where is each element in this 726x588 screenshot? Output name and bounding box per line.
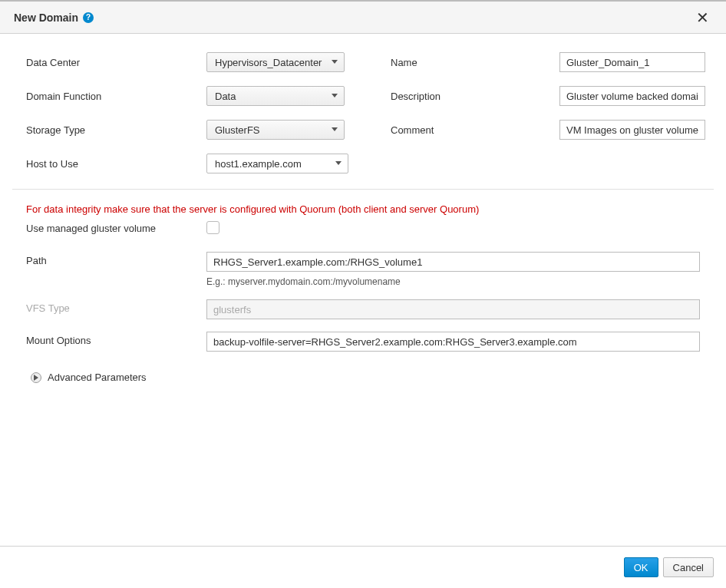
- select-data-center[interactable]: Hypervisors_Datacenter: [206, 52, 345, 72]
- top-form-grid: Data Center Hypervisors_Datacenter Name …: [12, 52, 714, 189]
- advanced-parameters-label: Advanced Parameters: [48, 372, 147, 383]
- label-storage-type: Storage Type: [26, 124, 206, 136]
- caret-down-icon: [332, 94, 338, 98]
- label-host-to-use: Host to Use: [26, 158, 206, 170]
- quorum-warning: For data integrity make sure that the se…: [12, 203, 714, 220]
- label-vfs-type: VFS Type: [26, 299, 206, 314]
- gluster-section: Use managed gluster volume Path E.g.: my…: [12, 220, 714, 352]
- name-field[interactable]: [559, 52, 705, 72]
- select-host-to-use-value: host1.example.com: [215, 158, 302, 170]
- label-data-center: Data Center: [26, 57, 206, 68]
- dialog-footer: OK Cancel: [0, 546, 726, 588]
- comment-field[interactable]: [559, 120, 705, 140]
- path-hint: E.g.: myserver.mydomain.com:/myvolumenam…: [206, 276, 700, 287]
- use-managed-checkbox[interactable]: [206, 221, 219, 234]
- label-comment: Comment: [391, 124, 559, 136]
- select-host-to-use[interactable]: host1.example.com: [206, 154, 348, 173]
- cancel-button[interactable]: Cancel: [663, 557, 714, 577]
- select-storage-type[interactable]: GlusterFS: [206, 120, 345, 140]
- select-data-center-value: Hypervisors_Datacenter: [215, 57, 322, 68]
- dialog-title: New Domain: [14, 12, 78, 24]
- caret-down-icon: [332, 60, 338, 64]
- vfs-type-field: [206, 299, 700, 319]
- description-field[interactable]: [559, 86, 705, 106]
- label-domain-function: Domain Function: [26, 91, 206, 102]
- help-icon[interactable]: ?: [83, 12, 94, 23]
- titlebar: New Domain ? ✕: [0, 2, 726, 34]
- select-domain-function-value: Data: [215, 91, 236, 102]
- new-domain-dialog: New Domain ? ✕ Data Center Hypervisors_D…: [0, 0, 726, 588]
- label-description: Description: [391, 91, 559, 102]
- select-storage-type-value: GlusterFS: [215, 124, 260, 136]
- select-domain-function[interactable]: Data: [206, 86, 345, 106]
- mount-options-field[interactable]: [206, 332, 700, 352]
- label-mount-options: Mount Options: [26, 332, 206, 346]
- chevron-right-icon: [31, 372, 41, 383]
- close-icon[interactable]: ✕: [693, 10, 712, 25]
- caret-down-icon: [335, 161, 342, 166]
- label-use-managed: Use managed gluster volume: [26, 220, 206, 234]
- ok-button[interactable]: OK: [624, 557, 658, 577]
- caret-down-icon: [332, 127, 338, 132]
- label-path: Path: [26, 252, 206, 266]
- advanced-parameters-toggle[interactable]: Advanced Parameters: [12, 364, 714, 383]
- section-divider: [12, 189, 714, 190]
- path-field[interactable]: [206, 252, 700, 272]
- label-name: Name: [391, 57, 559, 68]
- dialog-body: Data Center Hypervisors_Datacenter Name …: [0, 34, 726, 546]
